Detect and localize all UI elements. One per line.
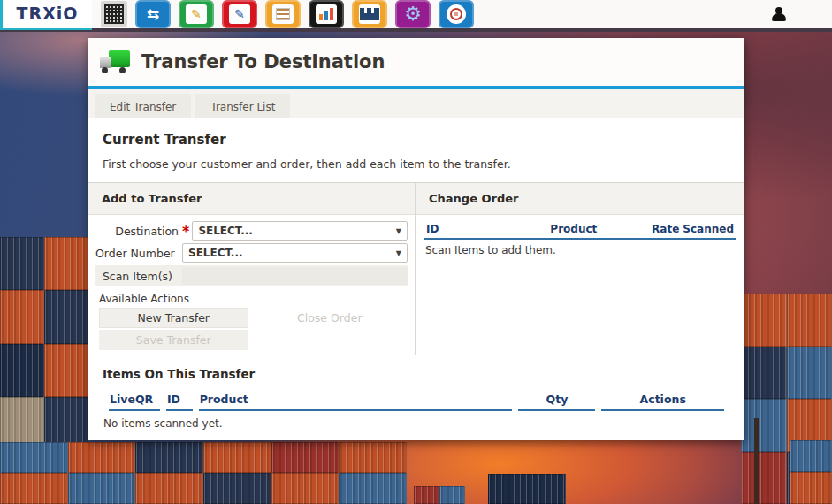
- shipping-container: [741, 347, 787, 400]
- shipping-container: [203, 473, 271, 504]
- current-transfer-intro: Current Transfer First choose your custo…: [88, 118, 744, 182]
- items-on-transfer-section: Items On This Transfer LiveQR ID Product…: [88, 355, 744, 440]
- items-on-transfer-table: LiveQR ID Product Qty Actions: [103, 391, 730, 411]
- bar-chart-report-icon[interactable]: [309, 0, 344, 28]
- trxio-logo-text: TRXiO: [17, 4, 79, 23]
- change-order-section: Change Order ID Product Rate Scanned Sca…: [416, 183, 744, 355]
- action-buttons: New Transfer Close Order Save Transfer: [95, 308, 408, 350]
- distant-container-2: [414, 486, 465, 504]
- container-row-bottom-left: [0, 442, 407, 504]
- transfer-arrows-icon[interactable]: ⇆: [135, 0, 171, 28]
- seal-stamp-icon[interactable]: [439, 0, 474, 28]
- add-to-transfer-heading: Add to Transfer: [88, 183, 415, 215]
- page-title: Transfer To Destination: [141, 51, 385, 73]
- scan-items-row: Scan Item(s): [95, 265, 408, 286]
- gear-search-icon[interactable]: ⚙: [395, 0, 431, 28]
- container-wall-bottom-right: [790, 440, 832, 504]
- order-number-select-value: SELECT...: [188, 247, 243, 259]
- column-header-rate: Rate: [637, 220, 681, 239]
- shipping-container: [44, 290, 88, 343]
- shipping-container: [0, 442, 68, 473]
- shipping-container: [414, 486, 439, 504]
- shipping-container: [790, 440, 832, 472]
- chevron-down-icon: ▼: [396, 249, 401, 257]
- shipping-container: [741, 452, 787, 504]
- shipping-container: [787, 347, 832, 400]
- scan-items-label: Scan Item(s): [95, 270, 182, 283]
- shipping-container: [68, 442, 136, 473]
- shipping-container: [741, 399, 787, 452]
- chevron-down-icon: ▼: [396, 227, 401, 235]
- shipping-container: [790, 472, 832, 504]
- add-to-transfer-form: Destination * SELECT... ▼ Order Number S…: [88, 215, 415, 350]
- destination-select[interactable]: SELECT... ▼: [192, 221, 408, 241]
- shipping-container: [44, 344, 88, 397]
- crane-pole: [754, 418, 759, 504]
- add-to-transfer-section: Add to Transfer Destination * SELECT... …: [88, 183, 416, 355]
- distant-container: [488, 474, 566, 504]
- items-empty-message: No items scanned yet.: [88, 411, 744, 440]
- shipping-container: [44, 237, 88, 290]
- shipping-container: [271, 442, 340, 473]
- destination-row: Destination * SELECT... ▼: [95, 221, 408, 241]
- trxio-logo[interactable]: TRXiO: [0, 0, 92, 30]
- shipping-container: [439, 486, 465, 504]
- current-transfer-description: First choose your customer and order, th…: [103, 157, 730, 171]
- destination-label: Destination: [95, 225, 182, 238]
- shipping-container: [0, 473, 68, 504]
- shipping-container: [0, 290, 44, 343]
- ledger-pen-icon[interactable]: ✎: [222, 0, 257, 28]
- destination-select-value: SELECT...: [198, 225, 253, 237]
- change-order-heading: Change Order: [416, 183, 744, 215]
- transfer-columns: Add to Transfer Destination * SELECT... …: [88, 182, 744, 355]
- shipping-container: [0, 344, 44, 397]
- required-marker: *: [182, 223, 192, 240]
- shipping-container: [135, 473, 203, 504]
- green-truck-icon: [100, 50, 130, 73]
- user-menu[interactable]: [772, 7, 786, 21]
- save-transfer-button: Save Transfer: [99, 330, 248, 350]
- shipping-container: [68, 473, 136, 504]
- scan-items-input[interactable]: [182, 267, 408, 285]
- column-header-id: ID: [424, 220, 509, 239]
- change-order-header-row: ID Product Rate Scanned: [424, 220, 736, 239]
- orders-papers-icon[interactable]: [265, 0, 301, 28]
- column-header-id: ID: [166, 391, 193, 411]
- close-order-button: Close Order: [256, 308, 405, 328]
- current-transfer-heading: Current Transfer: [103, 132, 730, 148]
- available-actions-label: Available Actions: [99, 293, 408, 305]
- order-number-label: Order Number: [95, 247, 182, 260]
- column-header-scanned: Scanned: [681, 220, 736, 239]
- edit-document-icon[interactable]: ✎: [179, 0, 214, 28]
- tab-edit-transfer[interactable]: Edit Transfer: [95, 94, 191, 118]
- items-on-transfer-heading: Items On This Transfer: [88, 355, 744, 391]
- top-app-bar: TRXiO ⇆ ✎ ✎ ⚙: [0, 0, 832, 32]
- order-number-row: Order Number SELECT... ▼: [95, 243, 408, 263]
- shipping-container: [0, 237, 44, 290]
- order-number-select[interactable]: SELECT... ▼: [182, 243, 408, 263]
- tab-bar: Edit Transfer Transfer List: [88, 89, 744, 118]
- change-order-empty-message: Scan Items to add them.: [416, 240, 744, 261]
- items-header-row: LiveQR ID Product Qty Actions: [109, 391, 724, 411]
- shipping-container: [488, 474, 566, 504]
- column-header-actions: Actions: [601, 391, 724, 411]
- shipping-container: [787, 294, 832, 347]
- tab-transfer-list[interactable]: Transfer List: [195, 94, 290, 118]
- shipping-container: [203, 442, 271, 473]
- shipping-container: [339, 442, 407, 473]
- column-header-liveqr: LiveQR: [109, 391, 160, 411]
- person-silhouette-icon: [772, 7, 786, 21]
- shipping-container: [271, 473, 340, 504]
- panel-header: Transfer To Destination: [88, 38, 744, 86]
- column-header-qty: Qty: [518, 391, 595, 411]
- shipping-container: [741, 294, 787, 347]
- change-order-table: ID Product Rate Scanned: [424, 220, 736, 240]
- shipping-container: [135, 442, 203, 473]
- warehouse-icon[interactable]: [352, 0, 387, 28]
- column-header-product: Product: [509, 220, 637, 239]
- transfer-panel: Transfer To Destination Edit Transfer Tr…: [88, 38, 744, 440]
- column-header-product: Product: [199, 391, 513, 411]
- shipping-container: [339, 473, 407, 504]
- qr-code-icon[interactable]: [101, 1, 127, 27]
- new-transfer-button[interactable]: New Transfer: [99, 308, 248, 328]
